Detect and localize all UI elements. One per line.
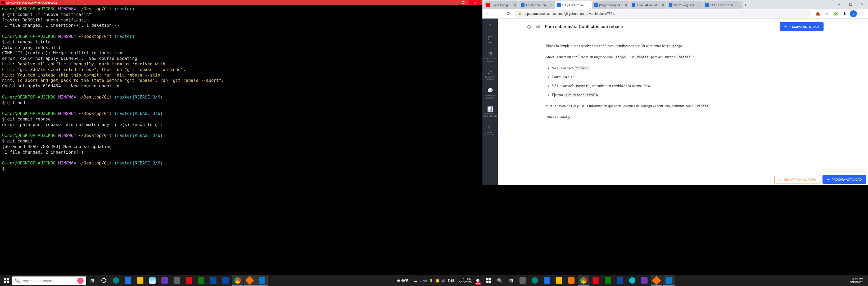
tab-close-icon[interactable]: × bbox=[587, 3, 589, 7]
terminal-titlebar[interactable]: MINGW64:/c/Users/Owner/Desktop/Git ─ ☐ ✕ bbox=[0, 0, 483, 5]
sidebar-discord[interactable]: 🗪DISCORD ALURA bbox=[485, 69, 496, 82]
mail-button[interactable] bbox=[541, 276, 553, 286]
profile-avatar[interactable]: L bbox=[850, 10, 857, 17]
maximize-button[interactable]: ☐ bbox=[457, 0, 469, 5]
share-button[interactable]: 📤 bbox=[814, 10, 822, 18]
xbox-button[interactable] bbox=[195, 276, 207, 286]
gitbash-button[interactable] bbox=[651, 276, 662, 286]
tab-close-icon[interactable]: × bbox=[662, 3, 664, 7]
tab-nueva[interactable]: Nueva exigenci…× bbox=[666, 1, 703, 9]
lang-indicator[interactable]: ENG bbox=[447, 279, 454, 283]
maximize-button[interactable]: ☐ bbox=[845, 0, 856, 9]
minimize-button[interactable]: ─ bbox=[833, 0, 845, 9]
tab-close-icon[interactable]: × bbox=[514, 3, 516, 7]
volume-icon[interactable]: 🔊 bbox=[441, 279, 445, 283]
prompt-branch: (master) bbox=[114, 6, 135, 11]
discuss-forum-button[interactable]: 💬DISCUTIR EN EL FORO bbox=[774, 175, 821, 184]
bluetooth-icon[interactable]: ᛒ bbox=[419, 279, 421, 283]
meet-now-icon[interactable]: 📹 bbox=[423, 279, 427, 283]
sidebar-night-mode[interactable]: ☾MODO NOCTURNO bbox=[484, 124, 497, 137]
bookmark-button[interactable]: ☆ bbox=[823, 10, 830, 18]
premiere-button[interactable] bbox=[208, 276, 219, 286]
store-button[interactable] bbox=[517, 276, 528, 286]
clock[interactable]: 6:13 PM 5/15/2023 bbox=[848, 278, 865, 284]
tab-close-icon[interactable]: × bbox=[625, 3, 627, 7]
brave-icon bbox=[568, 277, 575, 284]
paint-button[interactable] bbox=[147, 276, 158, 286]
task-view-button[interactable]: ⊞ bbox=[506, 276, 516, 286]
vscode-button[interactable] bbox=[663, 276, 675, 286]
store-icon bbox=[520, 277, 526, 284]
forward-button[interactable]: → bbox=[495, 10, 502, 18]
sidebar-dashboard[interactable]: 📊VOLVER AL DASHBOARD bbox=[483, 106, 497, 119]
start-button[interactable] bbox=[1, 276, 12, 286]
prompt-user: Owner@DESKTOP-AU2CKBG bbox=[2, 133, 56, 138]
url-input[interactable]: 🔒 app.aluracursos.com/course/git-github-… bbox=[515, 10, 811, 18]
edge-button[interactable] bbox=[529, 276, 541, 286]
sidebar-actividades[interactable]: ⊞ACTIVIDADES 9 de 11 bbox=[483, 50, 497, 63]
sidebar-foro[interactable]: 💬FORO DEL CURSO bbox=[484, 87, 496, 100]
back-button[interactable]: ← bbox=[485, 10, 492, 18]
download-button[interactable]: ⬇ bbox=[841, 10, 848, 18]
battery-icon[interactable]: 🔋 bbox=[429, 279, 433, 283]
copilot-button[interactable] bbox=[626, 276, 638, 286]
task-view-button[interactable]: ⊞ bbox=[87, 276, 97, 286]
search-input[interactable] bbox=[22, 279, 75, 283]
tab-ssh[interactable]: SSH: acceso rem…× bbox=[703, 1, 742, 9]
clock[interactable]: 6:13 PM 5/15/2023 bbox=[457, 278, 474, 284]
netflix-button[interactable] bbox=[590, 276, 601, 286]
store-button[interactable] bbox=[171, 276, 183, 286]
tab-formacion[interactable]: Formación Prin…× bbox=[519, 1, 555, 9]
tab-sugerencia[interactable]: [Sugerencia] reti…× bbox=[592, 1, 629, 9]
cortana-button[interactable] bbox=[98, 276, 110, 286]
tab-git-github[interactable]: Git y GitHub: co…× bbox=[555, 1, 592, 9]
back-to-list-icon[interactable]: ⊙ bbox=[527, 24, 531, 30]
search-button[interactable]: 🔍 bbox=[495, 276, 505, 286]
lock-icon: 🔒 bbox=[518, 12, 522, 16]
chrome-button[interactable] bbox=[232, 276, 244, 286]
file-explorer-button[interactable] bbox=[553, 276, 565, 286]
edge-button[interactable] bbox=[110, 276, 122, 286]
tab-close-icon[interactable]: × bbox=[699, 3, 701, 7]
menu-button[interactable]: ⋮ bbox=[859, 10, 866, 18]
new-tab-button[interactable]: + bbox=[742, 2, 749, 9]
vscode-button[interactable] bbox=[256, 276, 268, 286]
chrome-button[interactable] bbox=[578, 276, 589, 286]
tray-expand-icon[interactable]: ˄ bbox=[410, 279, 412, 283]
premiere-button[interactable] bbox=[614, 276, 626, 286]
next-activity-button[interactable]: ➜PRÓXIMA ACTIVIDAD bbox=[780, 22, 824, 31]
start-button[interactable] bbox=[484, 276, 494, 286]
prompt-env: MINGW64 bbox=[58, 34, 76, 39]
photoshop-button[interactable] bbox=[220, 276, 231, 286]
sidebar-menu-toggle[interactable]: ≡ bbox=[488, 22, 492, 29]
brave-button[interactable] bbox=[565, 276, 577, 286]
search-icon: 🔍 bbox=[15, 278, 20, 283]
search-box[interactable]: 🔍 bbox=[12, 277, 86, 285]
minimize-button[interactable]: ─ bbox=[445, 0, 457, 5]
wifi-icon[interactable]: 📶 bbox=[435, 279, 439, 283]
terminal-body[interactable]: Owner@DESKTOP-AU2CKBG MINGW64 ~/Desktop/… bbox=[0, 5, 483, 276]
sidebar-progress[interactable]: ◫75% bbox=[488, 34, 493, 45]
onedrive-icon[interactable]: ☁ bbox=[414, 279, 417, 283]
close-button[interactable]: ✕ bbox=[856, 0, 868, 9]
gitbash-button[interactable] bbox=[244, 276, 256, 286]
close-button[interactable]: ✕ bbox=[469, 0, 482, 5]
lesson-menu-button[interactable]: ⋮ bbox=[831, 23, 839, 31]
output-line: [detached HEAD 783e40d] New course updat… bbox=[2, 144, 112, 149]
tab-foro[interactable]: Foro | Alura Lati…× bbox=[629, 1, 666, 9]
vs-button[interactable] bbox=[159, 276, 170, 286]
tab-youtube[interactable]: Super Intelig…× bbox=[484, 1, 519, 9]
mail-button[interactable]: 99+ bbox=[122, 276, 134, 286]
teams-button[interactable] bbox=[639, 276, 650, 286]
next-activity-button-footer[interactable]: ➜PRÓXIMA ACTIVIDAD bbox=[823, 175, 866, 184]
reload-button[interactable]: ⟳ bbox=[505, 10, 512, 18]
extensions-button[interactable]: 🧩 bbox=[832, 10, 839, 18]
tab-close-icon[interactable]: × bbox=[738, 3, 740, 7]
notifications-icon[interactable]: 💬 bbox=[476, 279, 480, 283]
tab-close-icon[interactable]: × bbox=[551, 3, 553, 7]
netflix-button[interactable] bbox=[183, 276, 195, 286]
weather-widget[interactable]: ☁️69°F bbox=[396, 279, 408, 283]
xbox-button[interactable] bbox=[602, 276, 614, 286]
taskbar-left: 🔍 ⊞ 99+ ☁️69°F ˄ ☁ ᛒ 📹 🔋 📶 🔊 ENG bbox=[0, 276, 483, 286]
file-explorer-button[interactable] bbox=[134, 276, 146, 286]
